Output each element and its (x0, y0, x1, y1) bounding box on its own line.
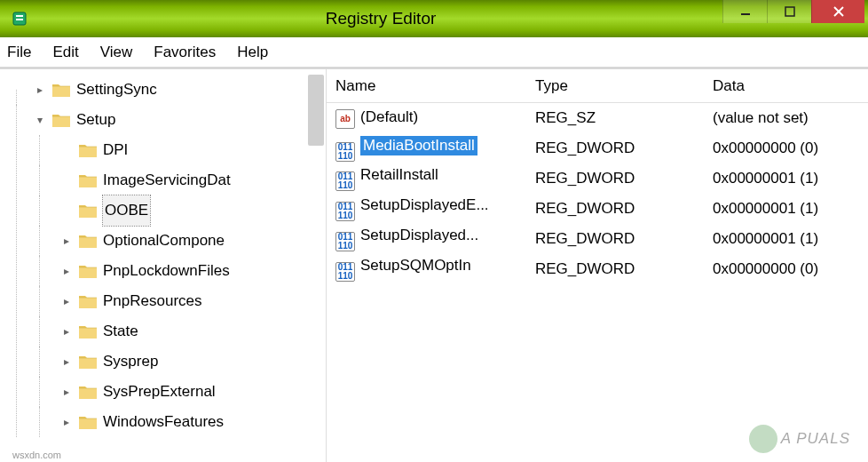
tree-label: OOBE (103, 195, 150, 226)
expander-icon[interactable]: ▸ (60, 295, 73, 307)
value-data: (value not set) (704, 109, 868, 127)
value-data: 0x00000000 (0) (704, 139, 868, 157)
value-type: REG_DWORD (526, 170, 704, 187)
tree-label: ImageServicingDat (103, 165, 231, 195)
list-row[interactable]: 011110SetupDisplayed...REG_DWORD0x000000… (327, 224, 868, 254)
tree-item[interactable]: OOBE (60, 195, 326, 226)
tree-label: DPI (103, 135, 128, 165)
tree-item[interactable]: DPI (60, 135, 326, 165)
menu-edit[interactable]: Edit (52, 44, 78, 61)
source-label: wsxdn.com (12, 450, 61, 460)
watermark-text: A PUALS (781, 430, 850, 448)
expander-icon[interactable]: ▸ (34, 84, 46, 96)
minimize-button[interactable] (722, 0, 767, 23)
maximize-button[interactable] (767, 0, 811, 23)
column-data[interactable]: Data (704, 77, 868, 95)
tree-item[interactable]: ▸WindowsFeatures (60, 407, 326, 437)
watermark: A PUALS (749, 425, 850, 453)
tree-label: Sysprep (103, 346, 158, 377)
expander-icon[interactable]: ▸ (60, 265, 73, 277)
tree-label: OptionalCompone (103, 226, 225, 256)
list-row[interactable]: ab(Default)REG_SZ(value not set) (327, 103, 868, 133)
tree-label: WindowsFeatures (103, 407, 224, 437)
list-row[interactable]: 011110MediaBootInstallREG_DWORD0x0000000… (327, 133, 868, 163)
tree-label: SysPrepExternal (103, 377, 216, 407)
watermark-icon (749, 425, 777, 453)
tree-pane[interactable]: ▸SettingSync▾SetupDPIImageServicingDatOO… (0, 69, 327, 462)
value-icon: 011110 (335, 142, 355, 162)
column-type[interactable]: Type (526, 77, 704, 95)
tree-label: State (103, 316, 138, 346)
main-area: ▸SettingSync▾SetupDPIImageServicingDatOO… (0, 68, 868, 462)
value-icon: ab (335, 109, 355, 129)
value-name: RetailInstall (360, 166, 438, 184)
expander-icon[interactable]: ▾ (34, 114, 46, 126)
list-row[interactable]: 011110RetailInstallREG_DWORD0x00000001 (… (327, 163, 868, 194)
svg-rect-4 (785, 7, 794, 16)
tree-item[interactable]: ▸OptionalCompone (60, 226, 326, 256)
tree-item[interactable]: ▸SysPrepExternal (60, 377, 326, 407)
value-type: REG_DWORD (526, 200, 704, 218)
tree-item[interactable]: ▸SettingSync (7, 75, 326, 105)
tree-item[interactable]: ▸Sysprep (60, 346, 326, 377)
value-icon: 011110 (335, 262, 355, 282)
app-icon (9, 8, 30, 29)
value-name: SetupSQMOptIn (360, 257, 471, 275)
tree-item[interactable]: ▸PnpLockdownFiles (60, 256, 326, 286)
value-name: MediaBootInstall (360, 136, 477, 155)
menu-help[interactable]: Help (237, 44, 268, 61)
menu-favorites[interactable]: Favorites (154, 44, 216, 61)
tree-label: PnpLockdownFiles (103, 256, 230, 286)
expander-icon[interactable]: ▸ (60, 235, 73, 247)
tree-item[interactable]: ImageServicingDat (60, 165, 326, 195)
expander-icon[interactable]: ▸ (60, 325, 73, 338)
window-controls (722, 0, 864, 23)
list-pane[interactable]: Name Type Data ab(Default)REG_SZ(value n… (327, 69, 868, 462)
value-name: (Default) (360, 108, 418, 126)
svg-rect-2 (16, 19, 23, 20)
title-bar: Registry Editor (0, 0, 868, 37)
value-data: 0x00000001 (1) (704, 230, 868, 248)
value-data: 0x00000001 (1) (704, 200, 868, 218)
list-header: Name Type Data (327, 69, 868, 103)
menu-view[interactable]: View (100, 44, 133, 61)
svg-rect-1 (16, 15, 23, 17)
tree-label: PnpResources (103, 286, 202, 316)
tree-item[interactable]: ▸State (60, 316, 326, 346)
list-row[interactable]: 011110SetupSQMOptInREG_DWORD0x00000000 (… (327, 254, 868, 284)
value-name: SetupDisplayedE... (360, 196, 489, 214)
expander-icon[interactable]: ▸ (60, 355, 73, 368)
value-name: SetupDisplayed... (360, 227, 478, 244)
value-type: REG_DWORD (526, 139, 704, 157)
value-icon: 011110 (335, 202, 355, 221)
expander-icon[interactable]: ▸ (60, 416, 73, 428)
value-data: 0x00000000 (0) (704, 260, 868, 278)
tree-item[interactable]: ▾SetupDPIImageServicingDatOOBE▸OptionalC… (7, 105, 326, 437)
value-data: 0x00000001 (1) (704, 170, 868, 187)
tree-label: Setup (76, 105, 115, 135)
menu-bar: File Edit View Favorites Help (0, 37, 868, 68)
tree-label: SettingSync (76, 75, 157, 105)
value-icon: 011110 (335, 171, 355, 191)
value-type: REG_DWORD (526, 260, 704, 278)
tree-item[interactable]: ▸PnpResources (60, 286, 326, 316)
menu-file[interactable]: File (7, 44, 31, 61)
value-type: REG_DWORD (526, 230, 704, 248)
column-name[interactable]: Name (327, 77, 526, 95)
list-row[interactable]: 011110SetupDisplayedE...REG_DWORD0x00000… (327, 194, 868, 224)
value-icon: 011110 (335, 232, 355, 251)
expander-icon[interactable]: ▸ (60, 386, 73, 398)
value-type: REG_SZ (526, 109, 704, 127)
window-title: Registry Editor (39, 9, 722, 28)
scrollbar-thumb[interactable] (308, 75, 324, 146)
close-button[interactable] (811, 0, 864, 23)
